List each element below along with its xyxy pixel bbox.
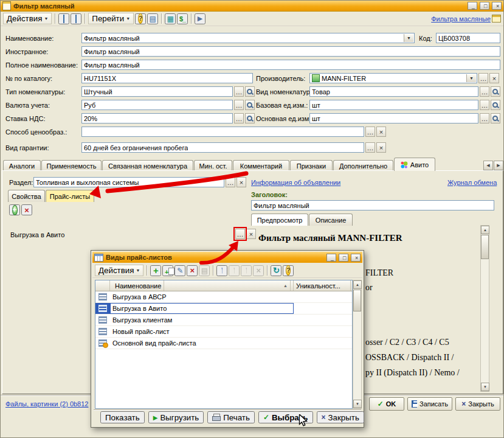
ad-title-field[interactable]: Фильтр масляный bbox=[251, 200, 494, 210]
scroll-down-icon[interactable]: ▼ bbox=[481, 383, 489, 391]
close-button[interactable]: × bbox=[492, 2, 502, 10]
ok-button[interactable]: ✓ OK bbox=[369, 397, 404, 411]
name-column-header[interactable]: Наименование ▲ bbox=[110, 280, 294, 291]
warranty-clear-button[interactable]: × bbox=[376, 142, 386, 153]
tab-analogs[interactable]: Аналоги bbox=[3, 160, 41, 171]
manufacturer-clear-button[interactable]: × bbox=[489, 73, 499, 83]
table-row-selected[interactable]: Выгрузка в Авито bbox=[95, 303, 352, 315]
show-button[interactable]: Показать bbox=[100, 411, 145, 423]
section-field[interactable]: Топливная и выхлопная системы bbox=[33, 177, 224, 187]
fullname-field[interactable]: Фильтр масляный bbox=[81, 60, 500, 70]
tab-linked-nomenclature[interactable]: Связанная номенклатура bbox=[102, 160, 193, 171]
vat-field[interactable]: 20% bbox=[81, 113, 233, 123]
nomtype-open-button[interactable] bbox=[245, 86, 255, 97]
nomtype-field[interactable]: Штучный bbox=[81, 86, 233, 97]
nomkind-field[interactable]: Товар bbox=[309, 86, 478, 97]
delete-icon[interactable]: × bbox=[187, 265, 198, 276]
table-row[interactable]: Новый прайс-лист bbox=[95, 326, 352, 338]
delete-row-icon[interactable]: × bbox=[21, 204, 32, 215]
go-movements-icon[interactable]: ▶ bbox=[195, 13, 205, 24]
tab-avito[interactable]: Авито bbox=[394, 158, 435, 171]
mainunit-open-button[interactable] bbox=[491, 113, 500, 123]
section-clear-button[interactable]: × bbox=[236, 177, 246, 187]
currency-open-button[interactable] bbox=[245, 100, 255, 110]
catalog-field[interactable]: HU71151X bbox=[81, 73, 253, 83]
close-form-button[interactable]: × Закрыть bbox=[455, 397, 500, 411]
add-row-icon[interactable]: + bbox=[9, 204, 20, 215]
reread-icon[interactable] bbox=[71, 13, 81, 24]
subtab-price-lists[interactable]: Прайс-листы bbox=[46, 190, 94, 202]
table-row[interactable]: Основной вид прайс-листа bbox=[95, 338, 352, 349]
uniqueness-column-header[interactable]: Уникальност... bbox=[294, 280, 351, 291]
clear-filter-icon[interactable]: × bbox=[253, 265, 264, 276]
goto-menu-button[interactable]: Перейти ▼ bbox=[88, 13, 134, 24]
manufacturer-select-button[interactable]: … bbox=[478, 73, 488, 83]
filter-by-value-icon[interactable] bbox=[241, 265, 252, 276]
section-select-button[interactable]: … bbox=[226, 177, 235, 187]
scroll-up-icon[interactable]: ▲ bbox=[481, 226, 489, 234]
scroll-thumb[interactable] bbox=[353, 290, 361, 311]
filter-icon[interactable] bbox=[229, 265, 240, 276]
subtab-preview[interactable]: Предпросмотр bbox=[251, 214, 308, 226]
edit-icon[interactable]: ✎ bbox=[174, 265, 185, 276]
mainunit-field[interactable]: шт bbox=[309, 113, 478, 123]
print-button[interactable]: Печать bbox=[207, 411, 255, 423]
dialog-help-icon[interactable]: ? bbox=[283, 265, 294, 276]
files-pictures-link[interactable]: Файлы, картинки (2) 0b812 bbox=[5, 400, 88, 408]
icon-column-header[interactable] bbox=[95, 280, 110, 291]
dialog-actions-button[interactable]: Действия ▼ bbox=[95, 265, 143, 276]
dropdown-icon[interactable]: ▼ bbox=[466, 74, 476, 82]
tab-attributes[interactable]: Признаки bbox=[290, 160, 333, 171]
foreign-field[interactable]: Фильтр масляный bbox=[81, 46, 500, 57]
ad-info-link[interactable]: Информация об объявлении bbox=[251, 179, 340, 186]
open-item-icon[interactable] bbox=[58, 13, 69, 24]
scroll-thumb[interactable] bbox=[481, 235, 489, 259]
subtab-properties[interactable]: Свойства bbox=[8, 190, 45, 202]
nomtype-select-button[interactable]: … bbox=[234, 86, 244, 97]
dialog-close-bottom-button[interactable]: × Закрыть bbox=[317, 411, 364, 423]
help-icon[interactable]: ? bbox=[135, 13, 146, 24]
table-row[interactable]: Выгрузка в АВСР bbox=[95, 291, 352, 303]
dialog-scrollbar[interactable]: ▲ ▼ bbox=[353, 280, 362, 409]
code-field[interactable]: ЦБ003708 bbox=[436, 33, 500, 43]
pricing-clear-button[interactable]: × bbox=[376, 127, 386, 137]
name-field[interactable]: Фильтр масляный ▼ bbox=[81, 33, 415, 43]
table-row[interactable]: Выгрузка клиентам bbox=[95, 315, 352, 326]
vat-select-button[interactable]: … bbox=[234, 113, 244, 123]
parent-list-link[interactable]: Фильтра масляные bbox=[431, 15, 491, 23]
baseunit-select-button[interactable]: … bbox=[480, 100, 489, 110]
nomkind-select-button[interactable]: … bbox=[480, 86, 489, 97]
refresh-icon[interactable]: ↻ bbox=[271, 265, 281, 276]
pricing-select-button[interactable]: … bbox=[365, 127, 375, 137]
add-copy-icon[interactable]: + bbox=[162, 265, 173, 276]
prices-icon[interactable]: $_ bbox=[177, 13, 188, 24]
price-list-row[interactable]: Выгрузка в Авито bbox=[10, 231, 64, 238]
subtab-description[interactable]: Описание bbox=[309, 214, 353, 226]
price-list-clear-button[interactable]: × bbox=[246, 229, 256, 239]
exchange-log-link[interactable]: Журнал обмена bbox=[447, 179, 497, 186]
currency-select-button[interactable]: … bbox=[234, 100, 244, 110]
add-icon[interactable]: + bbox=[150, 265, 161, 276]
tab-comment[interactable]: Комментарий bbox=[233, 160, 289, 171]
dialog-maximize-button[interactable]: □ bbox=[339, 254, 348, 262]
dropdown-icon[interactable]: ▼ bbox=[404, 34, 413, 42]
tab-scroll-right-icon[interactable]: ▶ bbox=[494, 161, 503, 170]
deletion-mark-icon[interactable]: ▤ bbox=[199, 265, 210, 276]
filter-settings-icon[interactable] bbox=[216, 265, 227, 276]
tab-min-balance[interactable]: Мин. ост. bbox=[194, 160, 232, 171]
structure-icon[interactable]: ▦ bbox=[165, 13, 176, 24]
currency-field[interactable]: Руб bbox=[81, 100, 233, 110]
warranty-field[interactable]: 60 дней без ограничения пробега bbox=[81, 142, 364, 153]
warranty-select-button[interactable]: … bbox=[365, 142, 375, 153]
baseunit-field[interactable]: шт bbox=[309, 100, 478, 110]
tab-additional[interactable]: Дополнительно bbox=[333, 160, 393, 171]
scroll-up-icon[interactable]: ▲ bbox=[353, 280, 362, 289]
nomkind-open-button[interactable] bbox=[491, 86, 500, 97]
pricing-field[interactable] bbox=[81, 127, 364, 137]
maximize-button[interactable]: □ bbox=[480, 2, 489, 10]
scroll-down-icon[interactable]: ▼ bbox=[353, 400, 362, 408]
baseunit-open-button[interactable] bbox=[491, 100, 500, 110]
vat-open-button[interactable] bbox=[245, 113, 255, 123]
select-button[interactable]: ✓ Выбрать bbox=[258, 411, 313, 423]
dialog-close-button[interactable]: × bbox=[351, 254, 361, 262]
